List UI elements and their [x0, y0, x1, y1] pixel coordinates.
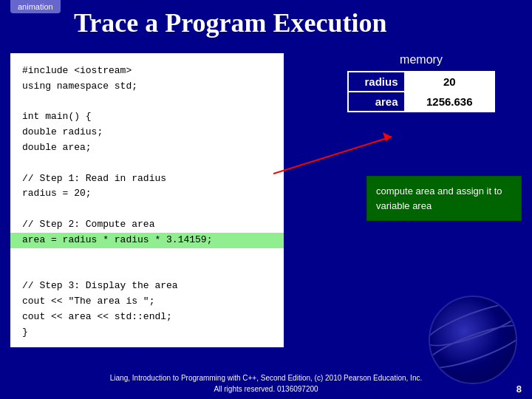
- code-panel: #include <iostream> using namespace std;…: [10, 53, 284, 347]
- page-title: Trace a Program Execution: [74, 7, 387, 38]
- code-line-2: using namespace std;: [22, 81, 137, 92]
- radius-label: radius: [348, 72, 405, 92]
- code-line-14: // Step 3: Display the area: [22, 280, 178, 291]
- footer: Liang, Introduction to Programming with …: [0, 372, 532, 395]
- code-line-highlighted: area = radius * radius * 3.14159;: [10, 233, 284, 248]
- code-line-11: // Step 2: Compute area: [22, 219, 154, 230]
- radius-value: 20: [405, 72, 494, 92]
- code-line-4: int main() {: [22, 111, 92, 122]
- code-line-17: }: [22, 327, 28, 338]
- code-line-15: cout << "The area is ";: [22, 296, 154, 307]
- code-line-1: #include <iostream>: [22, 65, 132, 76]
- tooltip-text: compute area and assign it to variable a…: [376, 185, 502, 211]
- code-line-6: double area;: [22, 142, 92, 153]
- table-row: area 1256.636: [348, 92, 494, 112]
- globe-decoration: [429, 296, 517, 384]
- code-line-9: radius = 20;: [22, 188, 92, 199]
- memory-table: radius 20 area 1256.636: [347, 71, 495, 112]
- area-label: area: [348, 92, 405, 112]
- memory-label: memory: [347, 53, 495, 66]
- table-row: radius 20: [348, 72, 494, 92]
- memory-section: memory radius 20 area 1256.636: [347, 53, 495, 112]
- tooltip-box: compute area and assign it to variable a…: [366, 176, 522, 221]
- svg-marker-1: [383, 132, 392, 141]
- code-line-5: double radius;: [22, 126, 103, 137]
- page-number: 8: [516, 383, 522, 395]
- code-line-8: // Step 1: Read in radius: [22, 173, 166, 184]
- area-value: 1256.636: [405, 92, 494, 112]
- code-line-16: cout << area << std::endl;: [22, 311, 172, 322]
- svg-line-0: [273, 137, 392, 174]
- footer-line1: Liang, Introduction to Programming with …: [110, 374, 422, 382]
- animation-tab: animation: [10, 0, 61, 13]
- footer-line2: All rights reserved. 0136097200: [214, 385, 318, 393]
